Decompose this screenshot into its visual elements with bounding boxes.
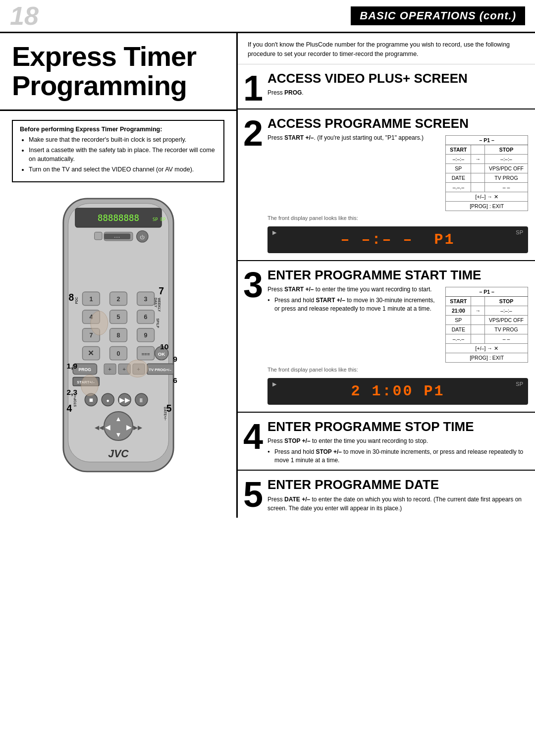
svg-text:SP
EP: SP EP bbox=[153, 217, 165, 222]
before-item-2: Insert a cassette with the safety tab in… bbox=[29, 146, 216, 163]
main-title: Express Timer Programming bbox=[0, 33, 236, 111]
page-header: 18 BASIC OPERATIONS (cont.) bbox=[0, 0, 535, 33]
svg-text:≡≡≡: ≡≡≡ bbox=[141, 351, 150, 356]
step-3-display: ▶ SP 2 1:00 P1 bbox=[268, 378, 528, 405]
intro-text: If you don't know the PlusCode number fo… bbox=[238, 33, 535, 64]
svg-text:✕: ✕ bbox=[88, 348, 94, 357]
step-3-body: Press START +/– to enter the time you wa… bbox=[268, 285, 528, 363]
step-1-heading: ACCESS VIDEO PLUS+ SCREEN bbox=[268, 71, 528, 86]
step-1-content: ACCESS VIDEO PLUS+ SCREEN Press PROG. bbox=[265, 71, 535, 104]
svg-text:PDC: PDC bbox=[74, 297, 78, 304]
display-text-3: 2 1:00 P1 bbox=[275, 383, 520, 400]
svg-point-81 bbox=[127, 360, 148, 377]
svg-text:5: 5 bbox=[166, 403, 171, 414]
step-2-heading: ACCESS PROGRAMME SCREEN bbox=[268, 116, 528, 131]
svg-text:▲: ▲ bbox=[115, 415, 121, 423]
svg-text:2,3: 2,3 bbox=[66, 388, 77, 396]
step-2-info-table: – P1 – STARTSTOP –:–:–→–:–:– SPVPS/PDC O… bbox=[445, 135, 528, 211]
svg-text:SP/LP: SP/LP bbox=[156, 318, 160, 328]
header-title: BASIC OPERATIONS (cont.) bbox=[351, 6, 525, 25]
step-2-screen-panel: – P1 – STARTSTOP –:–:–→–:–:– SPVPS/PDC O… bbox=[445, 135, 528, 211]
step-3-number: 3 bbox=[238, 268, 265, 407]
svg-text:1: 1 bbox=[89, 295, 93, 302]
step-5-content: ENTER PROGRAMME DATE Press DATE +/– to e… bbox=[265, 478, 535, 513]
right-column: If you don't know the PlusCode number fo… bbox=[238, 33, 535, 518]
play-icon-3: ▶ bbox=[272, 381, 276, 387]
svg-text:TV PROG+/–: TV PROG+/– bbox=[149, 367, 171, 372]
svg-text:1,9: 1,9 bbox=[66, 362, 77, 370]
step-2-text: Press START +/–. (If you're just startin… bbox=[268, 133, 440, 142]
step-3: 3 ENTER PROGRAMME START TIME Press START… bbox=[238, 261, 535, 413]
svg-text:+: + bbox=[108, 365, 111, 372]
step-1: 1 ACCESS VIDEO PLUS+ SCREEN Press PROG. bbox=[238, 64, 535, 109]
svg-point-82 bbox=[81, 375, 98, 396]
remote-area: 88888888 SP EP ⏻ • • • 1 2 3 4 bbox=[0, 191, 236, 488]
step-2-content: ACCESS PROGRAMME SCREEN Press START +/–.… bbox=[265, 116, 535, 255]
step-1-text: Press PROG. bbox=[268, 88, 528, 97]
svg-rect-8 bbox=[94, 232, 102, 239]
svg-text:+: + bbox=[122, 365, 126, 372]
step-4: 4 ENTER PROGRAMME STOP TIME Press STOP +… bbox=[238, 413, 535, 471]
svg-text:9: 9 bbox=[144, 332, 147, 339]
before-box: Before performing Express Timer Programm… bbox=[12, 120, 224, 182]
step-4-content: ENTER PROGRAMME STOP TIME Press STOP +/–… bbox=[265, 420, 535, 465]
step-5-text: Press DATE +/– to enter the date on whic… bbox=[268, 495, 525, 513]
left-column: Express Timer Programming Before perform… bbox=[0, 33, 238, 518]
svg-text:●: ● bbox=[106, 397, 109, 403]
step-4-text: Press STOP +/– to enter the time you wan… bbox=[268, 436, 528, 445]
step-2-body: Press START +/–. (If you're just startin… bbox=[268, 133, 528, 211]
display-text-2: – –:– – P1 bbox=[275, 231, 520, 248]
step-3-content: ENTER PROGRAMME START TIME Press START +… bbox=[265, 268, 535, 407]
remote-svg: 88888888 SP EP ⏻ • • • 1 2 3 4 bbox=[34, 196, 203, 484]
svg-text:8: 8 bbox=[68, 292, 74, 302]
before-title: Before performing Express Timer Programm… bbox=[20, 126, 216, 133]
step-5-heading: ENTER PROGRAMME DATE bbox=[268, 478, 525, 492]
step-5: 5 ENTER PROGRAMME DATE Press DATE +/– to… bbox=[238, 471, 535, 518]
svg-text:▶: ▶ bbox=[126, 423, 131, 431]
svg-text:▶▶: ▶▶ bbox=[119, 396, 130, 403]
svg-text:2: 2 bbox=[116, 295, 120, 302]
step-3-text: Press START +/– to enter the time you wa… bbox=[268, 285, 440, 294]
step-5-number: 5 bbox=[238, 478, 265, 513]
svg-text:■: ■ bbox=[89, 396, 93, 403]
step-3-screen-panel: – P1 – STARTSTOP 21:00→–:–:– SPVPS/PDC O… bbox=[445, 287, 528, 363]
svg-text:⏻: ⏻ bbox=[140, 234, 145, 240]
svg-point-80 bbox=[90, 311, 107, 335]
svg-text:7: 7 bbox=[159, 286, 164, 296]
step-2-text-area: Press START +/–. (If you're just startin… bbox=[268, 133, 440, 142]
step-3-bullet-1: Press and hold START +/– to move in 30-m… bbox=[268, 296, 440, 313]
before-item-1: Make sure that the recorder's built-in c… bbox=[29, 136, 216, 145]
svg-text:5: 5 bbox=[116, 314, 120, 321]
svg-text:WEEKLY: WEEKLY bbox=[158, 298, 161, 312]
step-3-heading: ENTER PROGRAMME START TIME bbox=[268, 268, 528, 282]
sp-label-3: SP bbox=[516, 381, 523, 387]
svg-text:6: 6 bbox=[173, 376, 177, 384]
svg-text:◀◀: ◀◀ bbox=[95, 424, 104, 430]
step-4-bullet-1: Press and hold STOP +/– to move in 30-mi… bbox=[268, 448, 528, 465]
svg-text:▼: ▼ bbox=[115, 431, 121, 438]
main-layout: Express Timer Programming Before perform… bbox=[0, 33, 535, 518]
svg-text:⏸: ⏸ bbox=[138, 396, 144, 403]
svg-text:◀: ◀ bbox=[105, 423, 110, 431]
svg-text:PROG: PROG bbox=[78, 367, 91, 372]
svg-text:7: 7 bbox=[89, 332, 93, 339]
svg-text:0: 0 bbox=[116, 350, 120, 357]
svg-text:JVC: JVC bbox=[108, 447, 129, 459]
svg-text:DAILY: DAILY bbox=[154, 298, 157, 308]
svg-text:4: 4 bbox=[66, 403, 72, 414]
before-item-3: Turn on the TV and select the VIDEO chan… bbox=[29, 165, 216, 174]
step-3-display-label: The front display panel looks like this: bbox=[268, 366, 528, 374]
play-icon: ▶ bbox=[272, 229, 276, 236]
svg-text:• • •: • • • bbox=[114, 235, 119, 239]
step-3-info-table: – P1 – STARTSTOP 21:00→–:–:– SPVPS/PDC O… bbox=[445, 287, 528, 363]
svg-text:▶▶: ▶▶ bbox=[133, 424, 142, 430]
step-4-number: 4 bbox=[238, 420, 265, 465]
step-2: 2 ACCESS PROGRAMME SCREEN Press START +/… bbox=[238, 109, 535, 261]
step-2-number: 2 bbox=[238, 116, 265, 255]
svg-text:3: 3 bbox=[144, 295, 147, 302]
svg-text:6: 6 bbox=[144, 314, 147, 321]
step-3-text-area: Press START +/– to enter the time you wa… bbox=[268, 285, 440, 313]
step-4-heading: ENTER PROGRAMME STOP TIME bbox=[268, 420, 528, 434]
svg-text:8: 8 bbox=[116, 332, 120, 339]
svg-text:9: 9 bbox=[173, 354, 177, 363]
